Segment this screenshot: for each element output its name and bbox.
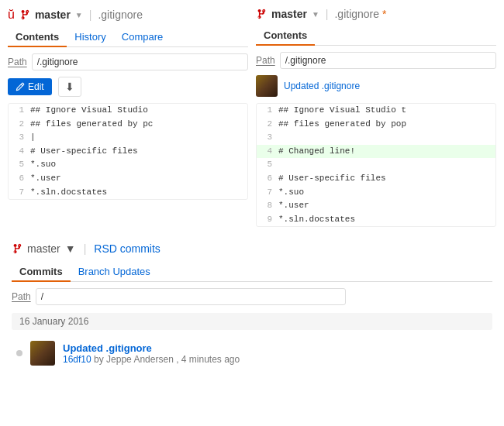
right-file-name: .gitignore *: [334, 8, 386, 20]
left-path-input[interactable]: [32, 53, 248, 70]
code-line: 5*.suo: [9, 158, 247, 172]
bottom-section: master ▼ | RSD commits Commits Branch Up…: [0, 235, 504, 380]
commit-info: Updated .gitignore 16df10 by Jeppe Ander…: [63, 342, 240, 365]
code-line: 2## files generated by pc: [9, 118, 247, 132]
commit-avatar-bottom: [30, 341, 55, 366]
left-branch-name[interactable]: master: [35, 9, 71, 21]
left-action-bar: Edit ⬇: [8, 77, 248, 97]
right-panel-header: master ▼ | .gitignore *: [256, 8, 496, 20]
commit-author: Jeppe Andersen: [106, 354, 174, 365]
left-path-row: Path: [8, 53, 248, 70]
commit-time-ago: 4 minutes ago: [181, 354, 240, 365]
code-line: 4# User-specific files: [9, 145, 247, 159]
code-line: 1## Ignore Visual Studio t: [257, 104, 495, 118]
left-panel-header: ŭ master ▼ | .gitignore: [8, 8, 248, 22]
code-line-added: 4# Changed line!: [257, 145, 495, 159]
pencil-icon: [16, 82, 25, 91]
git-branch-icon-bottom: [12, 243, 22, 254]
right-tab-bar: Contents: [256, 26, 496, 46]
bottom-branch-name[interactable]: master: [27, 242, 60, 255]
code-line: 3: [257, 131, 495, 145]
code-line: 1## Ignore Visual Studio: [9, 104, 247, 118]
bottom-divider: |: [84, 242, 87, 255]
bottom-header: master ▼ | RSD commits: [12, 242, 492, 255]
date-group-header: 16 January 2016: [12, 313, 492, 330]
download-icon: ⬇: [65, 81, 74, 93]
edit-label: Edit: [28, 81, 44, 92]
right-code-block: 1## Ignore Visual Studio t 2## files gen…: [256, 103, 496, 227]
right-branch-chevron[interactable]: ▼: [312, 10, 319, 19]
right-path-row: Path: [256, 52, 496, 69]
code-line: 6*.user: [9, 172, 247, 186]
bottom-repo-name: RSD commits: [94, 242, 161, 255]
code-line: 7*.suo: [257, 186, 495, 200]
left-tab-bar: Contents History Compare: [8, 28, 248, 47]
commit-meta: 16df10 by Jeppe Andersen , 4 minutes ago: [63, 354, 240, 365]
right-commit-message[interactable]: Updated .gitignore: [284, 81, 360, 91]
right-commit-preview: Updated .gitignore: [256, 75, 496, 97]
right-divider: |: [326, 8, 329, 20]
left-tab-history[interactable]: History: [67, 28, 113, 47]
git-branch-icon-right: [256, 9, 267, 19]
left-path-label: Path: [8, 57, 27, 67]
code-line: 5: [257, 158, 495, 172]
commit-time-separator: ,: [176, 354, 181, 365]
right-tab-contents[interactable]: Contents: [256, 26, 315, 46]
code-line: 2## files generated by pop: [257, 118, 495, 132]
right-path-input[interactable]: [280, 52, 496, 69]
commit-title[interactable]: Updated .gitignore: [63, 342, 240, 354]
code-line: 9*.sln.docstates: [257, 213, 495, 227]
commit-hash[interactable]: 16df10: [63, 354, 91, 365]
left-panel: ŭ master ▼ | .gitignore Contents History…: [8, 8, 248, 227]
branch-icon-left: ŭ: [8, 8, 15, 22]
commit-dot: [16, 350, 22, 356]
commit-author-prefix: by: [94, 354, 106, 365]
avatar-image-right: [256, 75, 278, 97]
git-branch-icon-left: [19, 9, 30, 20]
bottom-branch-chevron[interactable]: ▼: [65, 242, 76, 255]
code-line: 3|: [9, 131, 247, 145]
right-path-label: Path: [256, 55, 275, 66]
bottom-path-label: Path: [12, 291, 31, 302]
code-line: 8*.user: [257, 199, 495, 213]
left-code-block: 1## Ignore Visual Studio 2## files gener…: [8, 103, 248, 200]
bottom-path-row: Path: [12, 288, 492, 305]
bottom-tab-commits[interactable]: Commits: [12, 263, 71, 282]
bottom-tab-bar: Commits Branch Updates: [12, 263, 492, 282]
code-line: 6# User-specific files: [257, 172, 495, 186]
right-branch-name[interactable]: master: [271, 8, 307, 20]
left-divider: |: [89, 9, 92, 21]
bottom-tab-branch-updates[interactable]: Branch Updates: [71, 263, 158, 282]
commit-avatar-right: [256, 75, 278, 97]
download-button[interactable]: ⬇: [58, 77, 81, 97]
left-file-name: .gitignore: [98, 9, 143, 21]
right-panel: master ▼ | .gitignore * Contents Path Up…: [256, 8, 496, 227]
left-tab-contents[interactable]: Contents: [8, 28, 67, 47]
bottom-path-input[interactable]: [36, 288, 346, 305]
left-tab-compare[interactable]: Compare: [114, 28, 171, 47]
left-branch-chevron[interactable]: ▼: [75, 11, 83, 19]
commit-row: Updated .gitignore 16df10 by Jeppe Ander…: [12, 335, 492, 372]
code-line: 7*.sln.docstates: [9, 186, 247, 200]
edit-button[interactable]: Edit: [8, 78, 52, 95]
